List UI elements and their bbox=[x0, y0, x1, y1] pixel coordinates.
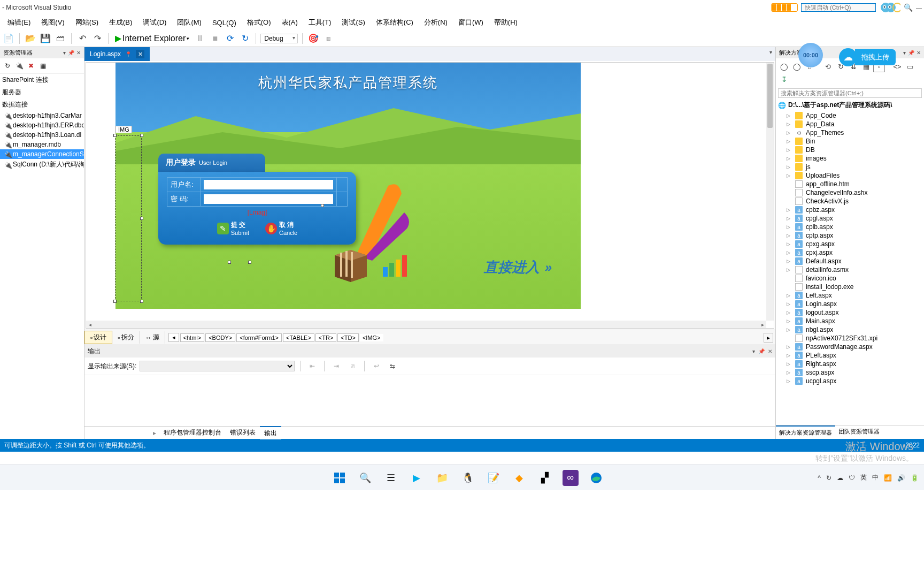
solution-item[interactable]: favicon.ico bbox=[776, 274, 924, 283]
save-icon[interactable]: 💾 bbox=[39, 32, 52, 45]
menu-analyze[interactable]: 分析(N) bbox=[419, 16, 453, 29]
connection-item[interactable]: 🔌SqlConn (D:\新人\代码\淘 bbox=[0, 159, 84, 170]
crumb-next-icon[interactable]: ▸ bbox=[764, 333, 773, 343]
refresh-icon[interactable]: ↻ bbox=[2, 60, 13, 71]
menu-window[interactable]: 窗口(W) bbox=[453, 16, 489, 29]
qq-icon[interactable]: 🐧 bbox=[460, 470, 476, 486]
expand-icon[interactable]: ▷ bbox=[787, 147, 792, 153]
menu-table[interactable]: 表(A) bbox=[276, 16, 303, 29]
undo-icon[interactable]: ↶ bbox=[76, 32, 89, 45]
expand-icon[interactable]: ▷ bbox=[787, 250, 792, 255]
back-icon[interactable]: ◯ bbox=[778, 60, 790, 72]
designer-surface[interactable]: 杭州华氏家私产品管理系统 IMG 用户登录User Login bbox=[86, 62, 774, 329]
connection-item[interactable]: 🔌desktop-h1fhjn3.CarMar bbox=[0, 111, 84, 120]
tab-package-manager[interactable]: 程序包管理器控制台 bbox=[159, 427, 226, 439]
password-input[interactable] bbox=[204, 194, 333, 204]
run-button[interactable]: ▶ Internet Explorer ▾ bbox=[113, 32, 191, 44]
solution-item[interactable]: install_lodop.exe bbox=[776, 283, 924, 291]
window-controls[interactable]: — bbox=[916, 4, 922, 11]
ime-lang[interactable]: 英 bbox=[860, 473, 867, 482]
expand-icon[interactable]: ▷ bbox=[787, 310, 792, 315]
split-view-button[interactable]: ▫ 拆分 bbox=[112, 331, 140, 344]
expand-icon[interactable]: ▷ bbox=[787, 241, 792, 247]
expand-icon[interactable]: ▷ bbox=[787, 224, 792, 230]
expand-icon[interactable]: ▷ bbox=[787, 216, 792, 221]
solution-item[interactable]: ▷acpxg.aspx bbox=[776, 240, 924, 248]
solution-item[interactable]: ▷aLeft.aspx bbox=[776, 291, 924, 300]
menu-test[interactable]: 测试(S) bbox=[336, 16, 370, 29]
wifi-icon[interactable]: 📶 bbox=[884, 474, 892, 482]
browser-link-icon[interactable]: ⟳ bbox=[224, 32, 236, 45]
add-icon[interactable]: ▦ bbox=[37, 60, 48, 71]
solution-item[interactable]: ▷Bin bbox=[776, 137, 924, 146]
goto-prev-icon[interactable]: ⇤ bbox=[306, 360, 319, 372]
menu-help[interactable]: 帮助(H) bbox=[489, 16, 523, 29]
toggle-icon[interactable]: ⇆ bbox=[386, 360, 399, 372]
quick-launch-input[interactable] bbox=[801, 3, 876, 12]
output-source-combo[interactable] bbox=[140, 361, 295, 371]
tab-output[interactable]: 输出 bbox=[260, 426, 281, 439]
menu-view[interactable]: 视图(V) bbox=[36, 16, 70, 29]
clear-icon[interactable]: ⎚ bbox=[346, 360, 359, 372]
search-icon[interactable]: 🔍 bbox=[904, 3, 913, 12]
expand-icon[interactable]: ▷ bbox=[787, 139, 792, 144]
search-icon[interactable]: 🔍 bbox=[357, 470, 373, 486]
expand-icon[interactable]: ▷ bbox=[787, 258, 792, 264]
notepad-icon[interactable]: 📝 bbox=[486, 470, 502, 486]
username-input[interactable] bbox=[204, 180, 333, 189]
direct-enter-link[interactable]: 直接进入» bbox=[484, 258, 549, 277]
solution-item[interactable]: ▷js bbox=[776, 163, 924, 171]
crumb-item[interactable]: <TABLE> bbox=[283, 333, 314, 342]
solution-item[interactable]: ▷App_Data bbox=[776, 120, 924, 128]
onedrive-icon[interactable]: ☁ bbox=[837, 474, 843, 482]
tree-category[interactable]: 数据连接 bbox=[0, 98, 84, 111]
crumb-item[interactable]: <form#Form1> bbox=[236, 333, 282, 342]
expand-icon[interactable]: ▷ bbox=[787, 113, 792, 118]
tree-category[interactable]: SharePoint 连接 bbox=[0, 74, 84, 86]
crumb-item[interactable]: <BODY> bbox=[205, 333, 235, 342]
menu-debug[interactable]: 调试(D) bbox=[137, 16, 172, 29]
pin-icon[interactable]: 📍 bbox=[125, 51, 132, 57]
expand-icon[interactable]: ▷ bbox=[787, 267, 792, 272]
close-icon[interactable]: ✕ bbox=[76, 50, 81, 56]
visual-studio-icon[interactable]: ∞ bbox=[563, 470, 579, 486]
tab-team-explorer[interactable]: 团队资源管理器 bbox=[835, 425, 883, 439]
solution-item[interactable]: ▷acpbz.aspx bbox=[776, 206, 924, 214]
solution-item[interactable]: ▷UploadFiles bbox=[776, 171, 924, 180]
solution-item[interactable]: ▷acplb.aspx bbox=[776, 223, 924, 231]
copy-icon[interactable]: ↧ bbox=[778, 73, 790, 85]
crumb-item[interactable]: <IMG> bbox=[360, 334, 383, 341]
source-view-button[interactable]: ↔ 源 bbox=[140, 331, 165, 344]
solution-item[interactable]: ChangelevelInfo.ashx bbox=[776, 188, 924, 197]
crumb-item[interactable]: <TR> bbox=[315, 333, 337, 342]
stop-icon[interactable]: ■ bbox=[209, 32, 221, 45]
expand-icon[interactable]: ▷ bbox=[787, 207, 792, 212]
menu-tools[interactable]: 工具(T) bbox=[303, 16, 337, 29]
expand-icon[interactable]: ▷ bbox=[787, 361, 792, 367]
find-msg-icon[interactable]: ⇥ bbox=[330, 360, 343, 372]
solution-item[interactable]: ▷aLogin.aspx bbox=[776, 300, 924, 308]
expand-icon[interactable]: ▷ bbox=[787, 293, 792, 298]
solution-item[interactable]: ▷App_Code bbox=[776, 111, 924, 120]
expand-icon[interactable]: ▷ bbox=[787, 130, 792, 135]
expand-icon[interactable]: ▷ bbox=[787, 353, 792, 358]
security-icon[interactable]: 🛡 bbox=[849, 474, 855, 482]
bilibili-icon[interactable]: ▶ bbox=[409, 470, 425, 486]
expand-icon[interactable]: ▷ bbox=[787, 344, 792, 349]
window-pos-icon[interactable]: ▾ bbox=[903, 50, 906, 56]
pause-icon[interactable]: ⏸ bbox=[194, 32, 206, 45]
save-all-icon[interactable]: 🗃 bbox=[54, 32, 67, 45]
solution-item[interactable]: ▷images bbox=[776, 154, 924, 163]
connection-item[interactable]: 🔌desktop-h1fhjn3.Loan.dl bbox=[0, 130, 84, 140]
window-pos-icon[interactable]: ▾ bbox=[752, 348, 755, 354]
redo-icon[interactable]: ↷ bbox=[91, 32, 104, 45]
expand-icon[interactable]: ▷ bbox=[787, 156, 792, 161]
close-icon[interactable]: ✕ bbox=[917, 50, 921, 56]
explorer-icon[interactable]: 📁 bbox=[434, 470, 450, 486]
close-icon[interactable]: ✕ bbox=[768, 348, 772, 354]
solution-item[interactable]: ▷acpgl.aspx bbox=[776, 214, 924, 223]
stop-icon[interactable]: ✖ bbox=[26, 60, 36, 71]
server-explorer-tree[interactable]: SharePoint 连接 服务器 数据连接 🔌desktop-h1fhjn3.… bbox=[0, 74, 84, 170]
task-view-icon[interactable]: ☰ bbox=[383, 470, 399, 486]
expand-icon[interactable]: ▷ bbox=[787, 318, 792, 324]
